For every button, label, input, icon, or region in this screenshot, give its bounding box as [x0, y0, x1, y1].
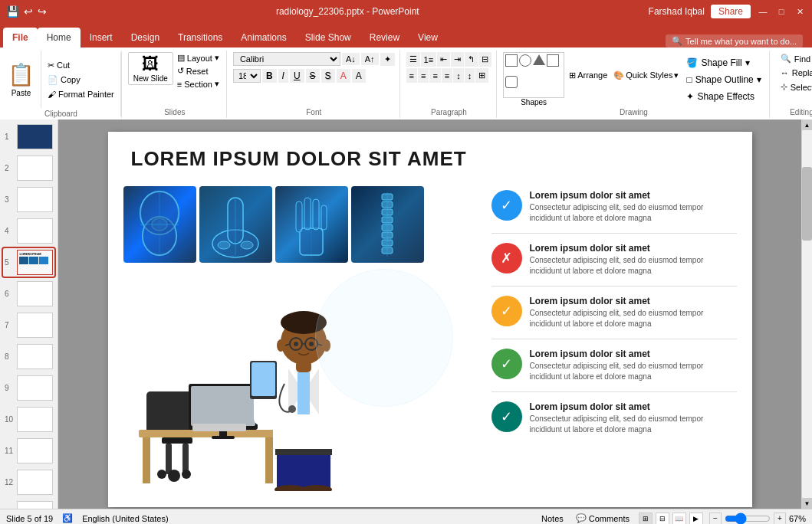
cut-button[interactable]: ✂ Cut	[44, 59, 117, 72]
slide-thumb-1[interactable]: 1	[3, 123, 54, 151]
align-center-button[interactable]: ≡	[418, 68, 429, 83]
slideshow-view-button[interactable]: ▶	[689, 513, 703, 525]
arrange-button[interactable]: ⊞ Arrange	[567, 69, 609, 82]
new-slide-button[interactable]: 🖼 New Slide	[128, 52, 173, 85]
slide-preview-10	[17, 407, 53, 432]
format-painter-button[interactable]: 🖌 Format Painter	[44, 88, 117, 100]
close-button[interactable]: ✕	[794, 5, 806, 18]
increase-indent-button[interactable]: ⇥	[451, 52, 464, 67]
slide-thumb-11[interactable]: 11	[3, 437, 54, 465]
svg-rect-28	[162, 437, 192, 444]
shape-effects-button[interactable]: ✦ Shape Effects	[683, 90, 764, 103]
tab-design[interactable]: Design	[122, 28, 169, 47]
vertical-scrollbar[interactable]: ▲ ▼	[801, 120, 812, 509]
new-slide-icon: 🖼	[142, 54, 159, 74]
tab-transitions[interactable]: Transitions	[169, 28, 232, 47]
check-text-2: Lorem ipsum dolor sit amet Consectetur a…	[530, 243, 737, 277]
convert-to-smartart-button[interactable]: ⊞	[475, 68, 488, 83]
slide-title[interactable]: LOREM IPSUM DOLOR SIT AMET	[108, 132, 752, 178]
shape-outline-button[interactable]: □ Shape Outline ▾	[683, 73, 764, 87]
normal-view-button[interactable]: ⊞	[639, 513, 653, 525]
italic-button[interactable]: I	[278, 69, 288, 83]
slide-thumb-9[interactable]: 9	[3, 374, 54, 402]
clear-format-button[interactable]: ✦	[380, 53, 395, 66]
scroll-down[interactable]: ▼	[802, 498, 812, 509]
tab-slideshow[interactable]: Slide Show	[296, 28, 360, 47]
font-color-button[interactable]: A	[337, 69, 350, 83]
tab-animations[interactable]: Animations	[232, 28, 295, 47]
slide-thumb-8[interactable]: 8	[3, 342, 54, 371]
share-button[interactable]: Share	[711, 5, 751, 18]
replace-button[interactable]: ↔ Replace	[776, 67, 812, 79]
paste-button[interactable]: 📋 Paste	[2, 51, 41, 108]
line-spacing-button[interactable]: ↕	[453, 68, 464, 83]
shape-circle[interactable]	[519, 54, 531, 67]
search-box[interactable]: 🔍 Tell me what you want to do...	[666, 34, 803, 47]
shape-rect[interactable]	[505, 54, 518, 67]
para-row1: ☰ 1≡ ⇤ ⇥ ↰ ⊟	[406, 52, 492, 67]
quick-styles-button[interactable]: 🎨Quick Styles▾	[612, 69, 680, 82]
align-left-button[interactable]: ≡	[406, 68, 417, 83]
slide-thumb-7[interactable]: 7	[3, 311, 54, 339]
reading-view-button[interactable]: 📖	[672, 513, 686, 525]
redo-icon[interactable]: ↪	[38, 5, 47, 18]
shape-fill-button[interactable]: 🪣 Shape Fill ▾	[683, 56, 764, 70]
slide-area[interactable]: LOREM IPSUM DOLOR SIT AMET	[58, 120, 801, 509]
status-right: Notes 💬 Comments ⊞ ⊟ 📖 ▶ − + 67%	[538, 512, 806, 524]
tab-file[interactable]: File	[3, 28, 38, 47]
reset-button[interactable]: ↺ Reset	[175, 65, 222, 77]
numbering-button[interactable]: 1≡	[421, 52, 437, 67]
rtl-button[interactable]: ↰	[465, 52, 478, 67]
scroll-up[interactable]: ▲	[802, 120, 812, 130]
slide-sorter-button[interactable]: ⊟	[656, 513, 669, 525]
tab-insert[interactable]: Insert	[81, 28, 122, 47]
slide-canvas[interactable]: LOREM IPSUM DOLOR SIT AMET	[108, 132, 752, 507]
decrease-indent-button[interactable]: ⇤	[437, 52, 450, 67]
slide-thumb-3[interactable]: 3	[3, 185, 54, 214]
font-family-select[interactable]: Calibri	[233, 52, 340, 66]
notes-button[interactable]: Notes	[538, 513, 567, 525]
tab-home[interactable]: Home	[38, 28, 81, 47]
slide-thumb-6[interactable]: 6	[3, 280, 54, 308]
slide-panel[interactable]: 1 2 3 4 5 LOREM IPSUM	[0, 120, 58, 509]
copy-button[interactable]: 📄 Copy	[44, 74, 117, 87]
slide-thumb-2[interactable]: 2	[3, 154, 54, 182]
highlight-button[interactable]: A	[352, 69, 366, 83]
text-direction-button[interactable]: ↕	[465, 68, 475, 83]
slide-thumb-13[interactable]: 13	[3, 499, 54, 509]
bullets-button[interactable]: ☰	[406, 52, 420, 67]
bold-button[interactable]: B	[262, 69, 277, 83]
tab-view[interactable]: View	[409, 28, 447, 47]
section-button[interactable]: ≡ Section ▾	[175, 78, 222, 90]
underline-button[interactable]: U	[290, 69, 304, 83]
tab-review[interactable]: Review	[360, 28, 409, 47]
layout-button[interactable]: ▤ Layout ▾	[175, 52, 222, 64]
select-button[interactable]: ⊹ Select ▾	[776, 80, 812, 93]
zoom-in-button[interactable]: +	[774, 513, 786, 525]
decrease-font-button[interactable]: A↓	[342, 53, 360, 65]
find-button[interactable]: 🔍 Find	[776, 52, 812, 65]
zoom-out-button[interactable]: −	[709, 513, 722, 525]
shape-triangle[interactable]	[533, 54, 545, 65]
editing-group-content: 🔍 Find ↔ Replace ⊹ Select ▾	[776, 52, 812, 93]
strikethrough-button[interactable]: S	[306, 69, 320, 83]
zoom-slider[interactable]	[725, 513, 771, 525]
shadow-button[interactable]: S	[321, 69, 335, 83]
justify-button[interactable]: ≡	[442, 68, 452, 83]
slide-thumb-10[interactable]: 10	[3, 405, 54, 434]
scroll-thumb[interactable]	[802, 167, 812, 241]
columns-button[interactable]: ⊟	[478, 52, 491, 67]
maximize-button[interactable]: □	[775, 5, 787, 18]
shape-rect2[interactable]	[547, 54, 559, 67]
save-icon[interactable]: 💾	[6, 5, 19, 18]
undo-icon[interactable]: ↩	[24, 5, 33, 18]
increase-font-button[interactable]: A↑	[361, 53, 379, 65]
minimize-button[interactable]: —	[757, 5, 769, 18]
shape-rounded[interactable]	[505, 76, 518, 88]
slide-thumb-4[interactable]: 4	[3, 217, 54, 245]
font-size-select[interactable]: 18	[233, 69, 261, 83]
slide-thumb-5[interactable]: 5 LOREM IPSUM	[3, 248, 54, 277]
comments-button[interactable]: 💬 Comments	[573, 512, 633, 524]
slide-thumb-12[interactable]: 12	[3, 468, 54, 496]
align-right-button[interactable]: ≡	[429, 68, 440, 83]
